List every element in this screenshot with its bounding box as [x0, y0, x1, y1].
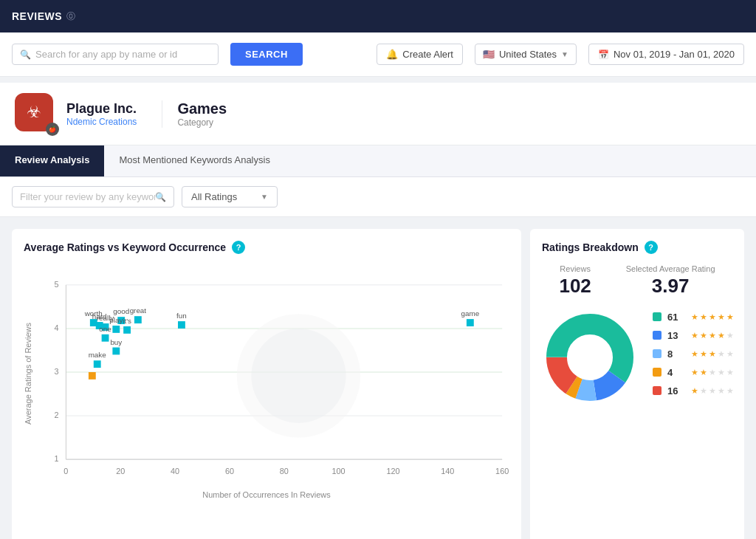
- avg-rating-stat: Selected Average Rating 3.97: [626, 264, 715, 298]
- legend-color-5star: [653, 312, 662, 321]
- svg-text:great: great: [130, 306, 147, 315]
- svg-text:make: make: [89, 351, 107, 359]
- stars-3: ★ ★ ★ ★ ★: [691, 349, 734, 359]
- date-range-picker[interactable]: 📅 Nov 01, 2019 - Jan 01, 2020: [588, 44, 744, 65]
- stars-4: ★ ★ ★ ★ ★: [691, 331, 734, 340]
- svg-text:160: 160: [495, 467, 509, 476]
- app-developer: Ndemic Creations: [66, 117, 137, 127]
- avg-rating-label: Selected Average Rating: [626, 264, 715, 273]
- svg-text:140: 140: [441, 467, 454, 476]
- app-info-section: ☣ 🍎 Plague Inc. Ndemic Creations Games C…: [0, 83, 756, 145]
- count-1star: 16: [667, 385, 685, 396]
- legend-item-4star: 13 ★ ★ ★ ★ ★: [653, 330, 734, 341]
- chevron-down-icon: ▼: [561, 50, 568, 58]
- svg-text:120: 120: [386, 467, 399, 476]
- donut-chart: [542, 309, 638, 405]
- chart-help-icon[interactable]: ?: [232, 241, 245, 254]
- avg-rating-value: 3.97: [626, 275, 715, 298]
- app-name: Plague Inc.: [66, 101, 137, 117]
- tab-keywords-analysis[interactable]: Most Mentioned Keywords Analysis: [104, 145, 284, 176]
- svg-text:100: 100: [332, 467, 346, 476]
- svg-rect-41: [112, 348, 120, 355]
- stars-2: ★ ★ ★ ★ ★: [691, 368, 734, 377]
- svg-rect-45: [94, 360, 101, 368]
- svg-text:good: good: [113, 307, 129, 315]
- filter-search-icon: 🔍: [155, 192, 166, 202]
- bell-icon: 🔔: [386, 49, 398, 60]
- reviews-stat: Reviews 102: [559, 264, 591, 298]
- keyword-filter-wrap[interactable]: 🔍: [12, 186, 174, 207]
- ratings-selector[interactable]: All Ratings ▼: [182, 186, 278, 207]
- legend-item-5star: 61 ★ ★ ★ ★ ★: [653, 312, 734, 323]
- svg-text:3: 3: [55, 367, 59, 376]
- breakdown-help-icon[interactable]: ?: [645, 241, 658, 254]
- svg-text:40: 40: [171, 467, 179, 476]
- svg-text:1: 1: [55, 454, 59, 463]
- svg-point-24: [251, 329, 346, 423]
- legend-item-1star: 16 ★ ★ ★ ★ ★: [653, 385, 734, 396]
- svg-text:20: 20: [116, 467, 125, 476]
- legend-item-3star: 8 ★ ★ ★ ★ ★: [653, 349, 734, 360]
- stars-5: ★ ★ ★ ★ ★: [691, 312, 734, 322]
- svg-text:game: game: [461, 309, 480, 317]
- svg-text:play: play: [109, 316, 123, 324]
- ratings-breakdown: Ratings Breakdown ? Reviews 102 Selected…: [530, 229, 744, 539]
- svg-point-55: [568, 335, 612, 380]
- search-button[interactable]: SEARCH: [230, 43, 303, 66]
- donut-and-legend: 61 ★ ★ ★ ★ ★ 13 ★ ★ ★: [542, 309, 732, 405]
- search-input[interactable]: [35, 49, 210, 60]
- app-icon-wrap: ☣ 🍎: [15, 93, 56, 134]
- category-label: Games: [177, 100, 227, 117]
- chart-title: Average Ratings vs Keyword Occurrence ?: [24, 241, 509, 254]
- alert-label: Create Alert: [402, 49, 453, 60]
- create-alert-button[interactable]: 🔔 Create Alert: [377, 44, 463, 65]
- legend-color-4star: [653, 331, 662, 340]
- svg-text:2: 2: [55, 411, 59, 419]
- country-label: United States: [499, 49, 557, 60]
- chart-container: Average Ratings vs Keyword Occurrence ? …: [12, 229, 521, 539]
- svg-text:80: 80: [280, 467, 289, 476]
- svg-text:it's: it's: [123, 317, 131, 325]
- search-icon: 🔍: [20, 49, 31, 60]
- breakdown-stats: Reviews 102 Selected Average Rating 3.97: [542, 264, 732, 298]
- chevron-down-icon: ▼: [261, 193, 268, 201]
- svg-rect-35: [112, 326, 120, 333]
- main-content: Average Ratings vs Keyword Occurrence ? …: [0, 217, 756, 539]
- filter-row: 🔍 All Ratings ▼: [0, 177, 756, 217]
- svg-text:60: 60: [225, 467, 234, 476]
- tabs-section: Review Analysis Most Mentioned Keywords …: [0, 145, 756, 177]
- count-2star: 4: [667, 367, 685, 378]
- svg-rect-47: [89, 372, 96, 380]
- svg-text:4: 4: [55, 323, 59, 332]
- search-section: 🔍 SEARCH 🔔 Create Alert 🇺🇸 United States…: [0, 32, 756, 77]
- legend-item-2star: 4 ★ ★ ★ ★ ★: [653, 367, 734, 378]
- count-3star: 8: [667, 349, 685, 360]
- stars-1: ★ ★ ★ ★ ★: [691, 386, 734, 396]
- calendar-icon: 📅: [598, 49, 609, 60]
- legend-color-1star: [653, 386, 662, 395]
- legend-color-3star: [653, 349, 662, 358]
- count-4star: 13: [667, 330, 685, 341]
- flag-icon: 🇺🇸: [483, 49, 495, 60]
- svg-rect-37: [123, 326, 131, 334]
- top-nav: REVIEWS ⓪: [0, 0, 756, 32]
- scatter-chart: 5 4 3 2 1 0 20 40 60 80 100 120 140 160: [37, 261, 509, 483]
- tab-review-analysis[interactable]: Review Analysis: [0, 145, 104, 176]
- svg-rect-48: [467, 319, 474, 326]
- ratings-label: All Ratings: [191, 191, 237, 202]
- country-selector[interactable]: 🇺🇸 United States ▼: [475, 44, 577, 65]
- nav-help-icon: ⓪: [66, 10, 75, 23]
- svg-text:buy: buy: [110, 338, 122, 346]
- search-input-wrap[interactable]: 🔍: [12, 44, 219, 65]
- ratings-legend: 61 ★ ★ ★ ★ ★ 13 ★ ★ ★: [653, 312, 734, 404]
- keyword-filter-input[interactable]: [20, 191, 155, 202]
- category-sub: Category: [177, 117, 227, 128]
- count-5star: 61: [667, 312, 685, 323]
- x-axis-label: Number of Occurrences In Reviews: [24, 490, 509, 499]
- svg-rect-33: [134, 316, 142, 323]
- reviews-count: 102: [559, 275, 591, 298]
- date-range-label: Nov 01, 2019 - Jan 01, 2020: [614, 49, 735, 60]
- svg-text:0: 0: [63, 467, 68, 476]
- svg-text:one: one: [99, 325, 111, 333]
- y-axis-label: Average Ratings of Reviews: [24, 323, 32, 425]
